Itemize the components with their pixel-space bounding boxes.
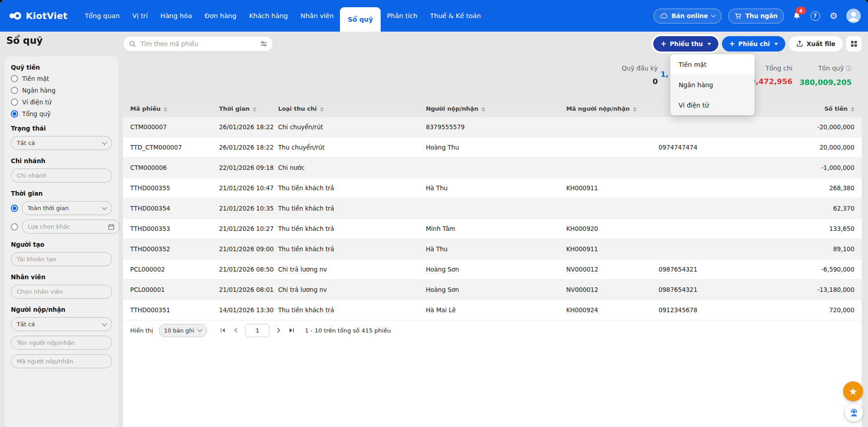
dropdown-item[interactable]: Ví điện tử	[670, 95, 755, 115]
table-row[interactable]: TTHD00035421/01/2026 10:35Thu tiền khách…	[123, 198, 862, 219]
info-icon[interactable]: ⓘ	[846, 65, 852, 72]
table-row[interactable]: PCL00000121/01/2026 08:01Chi trả lương n…	[123, 280, 862, 300]
ban-online-button[interactable]: Bán online	[654, 9, 722, 23]
filter-section-trang-thai: Trạng thái Tất cả	[11, 125, 112, 150]
page-title: Sổ quỹ	[6, 35, 43, 46]
cell-ma-phieu: TTD_CTM000007	[123, 137, 219, 158]
cell-loai-thu-chi: Thu tiền khách trả	[278, 219, 426, 239]
quy-tien-option[interactable]: Ngân hàng	[11, 87, 112, 94]
nav-item[interactable]: Đơn hàng	[198, 0, 243, 32]
table-row[interactable]: TTD_CTM00000726/01/2026 18:22Thu chuyển/…	[123, 137, 862, 158]
cell-so-tien: 133,650	[747, 219, 862, 239]
table-row[interactable]: TTHD00035321/01/2026 10:27Thu tiền khách…	[123, 219, 862, 239]
nav-item[interactable]: Tổng quan	[78, 0, 126, 32]
nguoi-tao-input[interactable]	[17, 256, 106, 263]
radio-label: Tổng quỹ	[22, 110, 51, 117]
filter-section-thoi-gian: Thời gian Toàn thời gian	[11, 190, 112, 234]
all-time-radio[interactable]	[11, 205, 18, 212]
cell-loai-thu-chi: Thu chuyển/rút	[278, 137, 426, 158]
nav-item[interactable]: Khách hàng	[243, 0, 294, 32]
last-page-button[interactable]	[288, 326, 296, 334]
calendar-icon[interactable]	[108, 224, 114, 230]
table-row[interactable]: CTM00000622/01/2026 09:18Chi nước-1,000,…	[123, 158, 862, 178]
column-header[interactable]: Thời gian	[219, 100, 278, 117]
search-input[interactable]	[140, 40, 256, 48]
phieu-chi-button[interactable]: + Phiếu chi	[722, 36, 785, 52]
settings-button[interactable]: ⚙	[828, 10, 840, 22]
kiotviet-logo-icon	[8, 9, 22, 23]
column-header[interactable]: Loại thu chi	[278, 100, 426, 117]
column-header[interactable]: Mã người nộp/nhận	[566, 100, 658, 117]
quy-tien-option[interactable]: Ví điện tử	[11, 99, 112, 106]
prev-page-button[interactable]	[232, 326, 240, 334]
current-page[interactable]: 1	[245, 324, 269, 337]
thu-ngan-button[interactable]: Thu ngân	[728, 9, 784, 23]
table-row[interactable]: TTHD00035114/01/2026 13:30Thu tiền khách…	[123, 300, 862, 320]
nhan-vien-field	[11, 285, 112, 299]
nav-item[interactable]: Sổ quỹ	[340, 7, 381, 32]
trang-thai-select[interactable]: Tất cả	[11, 136, 112, 150]
chi-nhanh-input[interactable]	[17, 172, 106, 179]
nguoi-nop-nhan-name-input[interactable]	[17, 339, 106, 346]
table-row[interactable]: CTM00000726/01/2026 18:22Chi chuyển/rút8…	[123, 117, 862, 137]
search-box[interactable]	[123, 36, 273, 52]
cell-loai-thu-chi: Chi nước	[278, 158, 426, 178]
nav-item[interactable]: Thuế & Kế toán	[424, 0, 487, 32]
filter-icon[interactable]	[260, 41, 267, 47]
column-header[interactable]: Người nộp/nhận	[426, 100, 566, 117]
cell-ma-nguoi-nop-nhan: KH000920	[566, 219, 658, 239]
next-page-button[interactable]	[274, 326, 283, 334]
phieu-thu-button[interactable]: + Phiếu thu	[653, 36, 718, 52]
top-navbar: KiotViet Tổng quanVị tríHàng hóaĐơn hàng…	[0, 0, 868, 32]
table-row[interactable]: TTHD00035521/01/2026 10:47Thu tiền khách…	[123, 178, 862, 198]
cell-thoi-gian: 21/01/2026 10:35	[219, 198, 278, 219]
custom-time-radio[interactable]	[11, 223, 18, 230]
chevron-right-icon	[275, 327, 282, 333]
thoi-gian-select[interactable]: Toàn thời gian	[22, 201, 112, 215]
page-size-select[interactable]: 10 bản ghi	[159, 324, 208, 337]
table-row[interactable]: PCL00000221/01/2026 08:50Chi trả lương n…	[123, 259, 862, 280]
cell-ma-nguoi-nop-nhan	[566, 158, 658, 178]
nav-item[interactable]: Nhân viên	[294, 0, 340, 32]
table-row[interactable]: TTHD00035221/01/2026 09:00Thu tiền khách…	[123, 239, 862, 259]
nav-item[interactable]: Hàng hóa	[154, 0, 198, 32]
brand-logo[interactable]: KiotViet	[0, 0, 78, 32]
user-avatar[interactable]	[846, 9, 861, 23]
quy-tien-option[interactable]: Tiền mặt	[11, 75, 112, 82]
view-options-button[interactable]	[846, 36, 862, 52]
dropdown-item[interactable]: Ngân hàng	[670, 75, 755, 95]
column-header[interactable]: Mã phiếu	[123, 100, 219, 117]
cell-phone: 0987654321	[659, 280, 747, 300]
nav-item[interactable]: Vị trí	[126, 0, 154, 32]
xuat-file-button[interactable]: Xuất file	[789, 36, 843, 52]
first-page-button[interactable]	[219, 326, 227, 334]
phieu-thu-dropdown: Tiền mặtNgân hàngVí điện tử	[670, 54, 755, 115]
cell-thoi-gian: 21/01/2026 08:01	[219, 280, 278, 300]
radio-label: Ngân hàng	[22, 87, 56, 94]
grid-icon	[850, 40, 858, 47]
support-fab[interactable]	[845, 404, 863, 422]
notifications-button[interactable]: 4	[791, 10, 802, 22]
custom-time-input[interactable]	[28, 223, 104, 230]
sort-icon	[481, 107, 485, 112]
nguoi-nop-nhan-select[interactable]: Tất cả	[11, 317, 112, 331]
cell-thoi-gian: 21/01/2026 10:27	[219, 219, 278, 239]
nav-item[interactable]: Phân tích	[381, 0, 424, 32]
cell-so-tien: 89,100	[747, 239, 862, 259]
cell-ma-phieu: PCL000001	[123, 280, 219, 300]
toolbar: + Phiếu thu + Phiếu chi Xuất file	[123, 36, 862, 52]
caret-down-icon	[774, 43, 778, 45]
column-header[interactable]: Số tiền	[747, 100, 862, 117]
quy-tien-option[interactable]: Tổng quỹ	[11, 110, 112, 117]
nhan-vien-input[interactable]	[17, 288, 106, 295]
cell-so-tien: -1,000,000	[747, 158, 862, 178]
cell-ma-nguoi-nop-nhan	[566, 198, 658, 219]
nguoi-nop-nhan-code-input[interactable]	[17, 358, 106, 365]
nguoi-tao-field	[11, 252, 112, 266]
cell-loai-thu-chi: Chi trả lương nv	[278, 259, 426, 280]
rating-fab[interactable]: ★	[843, 381, 863, 401]
cell-phone: 0987654321	[659, 259, 747, 280]
help-button[interactable]: ?	[809, 10, 821, 22]
dropdown-item[interactable]: Tiền mặt	[670, 54, 755, 75]
cell-nguoi-nop-nhan	[426, 158, 566, 178]
